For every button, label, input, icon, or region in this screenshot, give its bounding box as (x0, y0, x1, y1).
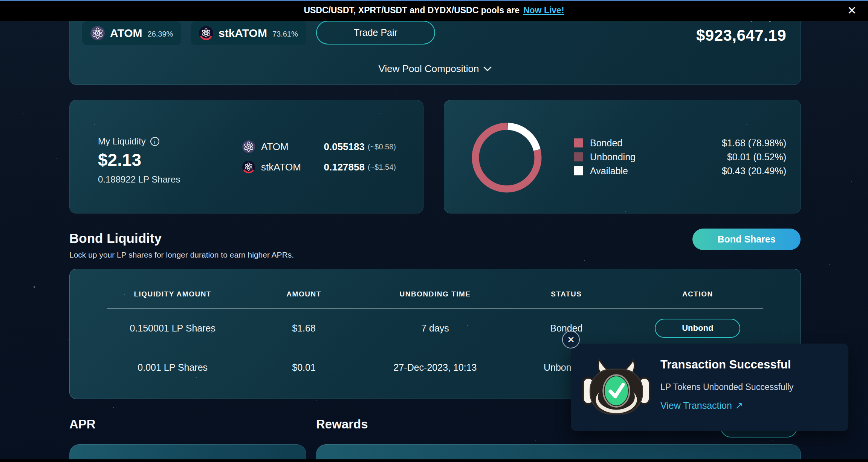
view-transaction-link[interactable]: View Transaction ↗ (660, 400, 743, 411)
bottom-edge-bar (0, 459, 868, 462)
view-transaction-label: View Transaction (660, 400, 732, 411)
info-icon[interactable]: i (150, 137, 159, 146)
token-holding-row: stkATOM 0.127858 (~$1.54) (242, 159, 396, 175)
allocation-card: Bonded $1.68 (78.98%) Unbonding $0.01 (0… (444, 100, 801, 213)
table-header-row: LIQUIDITY AMOUNT AMOUNT UNBONDING TIME S… (107, 280, 763, 309)
lp-shares-amount: 0.188922 LP Shares (98, 174, 180, 185)
legend-row-bonded: Bonded $1.68 (78.98%) (574, 137, 786, 149)
amount-cell: $0.01 (238, 362, 369, 373)
rewards-section-title: Rewards (316, 417, 368, 431)
token-badge-atom: ATOM 26.39% (82, 21, 181, 45)
apr-section-title: APR (69, 417, 96, 431)
available-swatch-icon (574, 166, 583, 175)
legend-label: Unbonding (590, 152, 636, 163)
allocation-legend: Bonded $1.68 (78.98%) Unbonding $0.01 (0… (574, 137, 786, 179)
stkatom-icon (242, 161, 255, 173)
unbond-button[interactable]: Unbond (655, 319, 740, 338)
bond-shares-button[interactable]: Bond Shares (692, 229, 801, 250)
donut-chart (468, 118, 546, 197)
unbonding-time-cell: 27-Dec-2023, 10:13 (370, 362, 501, 373)
my-liquidity-value: $2.13 (98, 150, 141, 170)
table-row: 0.150001 LP Shares $1.68 7 days Bonded U… (107, 309, 763, 348)
legend-row-unbonding: Unbonding $0.01 (0.52%) (574, 151, 786, 163)
liquidity-amount-cell: 0.150001 LP Shares (107, 323, 238, 334)
external-link-icon: ↗ (735, 400, 743, 411)
liquidity-amount-cell: 0.001 LP Shares (107, 362, 238, 373)
unbonding-time-cell: 7 days (370, 323, 501, 334)
token-weight: 26.39% (148, 28, 173, 38)
token-holdings-list: ATOM 0.055183 (~$0.58) stkATOM 0.127858 … (242, 138, 396, 179)
my-liquidity-label: My Liquidity (98, 136, 146, 147)
token-badge-stkatom: stkATOM 73.61% (191, 21, 306, 45)
chevron-down-icon (483, 66, 492, 71)
token-name: stkATOM (261, 161, 301, 173)
column-header: ACTION (632, 290, 763, 298)
announcement-banner: USDC/USDT, XPRT/USDT and DYDX/USDC pools… (0, 0, 868, 21)
token-name: ATOM (261, 141, 289, 153)
column-header: STATUS (501, 290, 632, 298)
token-amount: 0.127858 (324, 161, 364, 173)
top-progress-line (0, 0, 868, 1)
bond-liquidity-title: Bond Liquidity (69, 231, 162, 246)
legend-value: $0.43 (20.49%) (722, 166, 786, 177)
column-header: UNBONDING TIME (370, 290, 501, 298)
token-weight: 73.61% (272, 28, 298, 38)
legend-label: Available (590, 166, 628, 177)
column-header: AMOUNT (238, 290, 369, 298)
robot-success-icon (581, 357, 652, 417)
view-pool-composition-label: View Pool Composition (379, 63, 479, 75)
token-name: ATOM (110, 27, 142, 40)
token-usd-value: (~$1.54) (368, 163, 396, 172)
legend-value: $1.68 (78.98%) (722, 138, 786, 149)
toast-message: LP Tokens Unbonded Successfully (660, 382, 793, 392)
legend-value: $0.01 (0.52%) (727, 152, 786, 163)
legend-row-available: Available $0.43 (20.49%) (574, 165, 786, 177)
pool-liquidity-value: $923,647.19 (696, 26, 786, 45)
amount-cell: $1.68 (238, 323, 369, 334)
my-liquidity-card: My Liquidity i $2.13 0.188922 LP Shares … (69, 100, 423, 213)
view-pool-composition-toggle[interactable]: View Pool Composition (70, 63, 801, 75)
now-live-link[interactable]: Now Live! (523, 5, 564, 15)
bonded-swatch-icon (574, 138, 583, 147)
announcement-text: USDC/USDT, XPRT/USDT and DYDX/USDC pools… (304, 5, 520, 15)
transaction-toast: ✕ Transaction Successful LP Tokens Unbon… (571, 344, 848, 431)
token-name: stkATOM (219, 27, 267, 40)
bond-liquidity-subtitle: Lock up your LP shares for longer durati… (69, 250, 294, 259)
token-holding-row: ATOM 0.055183 (~$0.58) (242, 138, 396, 155)
unbonding-swatch-icon (574, 152, 583, 161)
legend-label: Bonded (590, 138, 622, 149)
atom-icon (90, 26, 105, 40)
stkatom-icon (199, 26, 213, 40)
banner-close-icon[interactable]: ✕ (847, 5, 857, 16)
token-amount: 0.055183 (324, 141, 364, 153)
toast-close-icon[interactable]: ✕ (562, 331, 580, 348)
token-usd-value: (~$0.58) (368, 143, 396, 151)
toast-title: Transaction Successful (660, 358, 791, 371)
atom-icon (242, 140, 255, 153)
column-header: LIQUIDITY AMOUNT (107, 290, 238, 298)
app-screen: USDC/USDT, XPRT/USDT and DYDX/USDC pools… (0, 0, 868, 462)
trade-pair-button[interactable]: Trade Pair (316, 21, 435, 45)
